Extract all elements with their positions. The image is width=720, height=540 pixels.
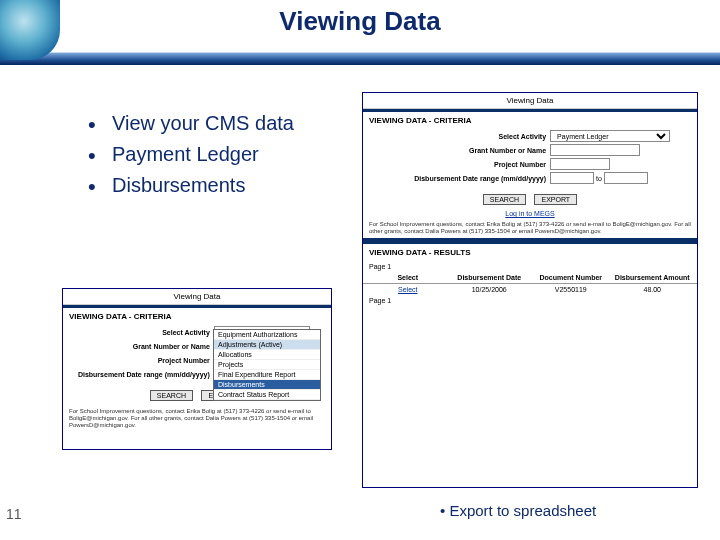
bullet-item-1: View your CMS data (88, 112, 294, 135)
logo-orb-icon (0, 0, 60, 60)
col-disbursement-amount: Disbursement Amount (612, 274, 694, 281)
export-note: • Export to spreadsheet (440, 502, 596, 519)
dropdown-option[interactable]: Allocations (214, 350, 320, 360)
search-button[interactable]: SEARCH (483, 194, 526, 205)
screenshot-criteria-dropdown: Viewing Data VIEWING DATA - CRITERIA Sel… (62, 288, 332, 450)
date-range-label: Disbursement Date range (mm/dd/yyyy) (69, 371, 214, 378)
login-link[interactable]: Log in to MEGS (363, 209, 697, 218)
date-range-label: Disbursement Date range (mm/dd/yyyy) (369, 175, 550, 182)
criteria-heading: VIEWING DATA - CRITERIA (63, 308, 331, 325)
bullet-list: View your CMS data Payment Ledger Disbur… (48, 112, 294, 205)
grant-label: Grant Number or Name (69, 343, 214, 350)
page-label: Page 1 (363, 261, 697, 272)
search-button[interactable]: SEARCH (150, 390, 193, 401)
project-label: Project Number (69, 357, 214, 364)
col-disbursement-date: Disbursement Date (449, 274, 531, 281)
bullet-item-3: Disbursements (88, 174, 294, 197)
app-title: Viewing Data (363, 93, 697, 109)
slide-title: Viewing Data (0, 6, 720, 37)
to-label: to (596, 175, 602, 182)
date-from-input[interactable] (550, 172, 594, 184)
bullet-item-2: Payment Ledger (88, 143, 294, 166)
date-to-input[interactable] (604, 172, 648, 184)
select-activity-label: Select Activity (69, 329, 214, 336)
results-heading: VIEWING DATA - RESULTS (363, 244, 697, 261)
footer-help-text: For School Improvement questions, contac… (63, 405, 331, 433)
select-activity-dropdown[interactable]: Payment Ledger (550, 130, 670, 142)
slide-number: 11 (6, 506, 22, 522)
activity-dropdown-open[interactable]: Equipment Authorizations Adjustments (Ac… (213, 329, 321, 401)
results-row[interactable]: Select 10/25/2006 V2550119 48.00 (363, 284, 697, 295)
select-activity-label: Select Activity (369, 133, 550, 140)
criteria-heading: VIEWING DATA - CRITERIA (363, 112, 697, 129)
row-docnum: V2550119 (530, 286, 612, 293)
row-date: 10/25/2006 (449, 286, 531, 293)
col-document-number: Document Number (530, 274, 612, 281)
export-note-text: Export to spreadsheet (449, 502, 596, 519)
dropdown-option[interactable]: Equipment Authorizations (214, 330, 320, 340)
dropdown-option[interactable]: Projects (214, 360, 320, 370)
dropdown-option[interactable]: Adjustments (Active) (214, 340, 320, 350)
project-input[interactable] (550, 158, 610, 170)
dropdown-option[interactable]: Contract Status Report (214, 390, 320, 400)
project-label: Project Number (369, 161, 550, 168)
export-button[interactable]: EXPORT (534, 194, 577, 205)
page-label-bottom: Page 1 (363, 295, 697, 306)
grant-label: Grant Number or Name (369, 147, 550, 154)
footer-help-text: For School Improvement questions, contac… (363, 218, 697, 238)
row-amount: 48.00 (612, 286, 694, 293)
dropdown-option[interactable]: Final Expenditure Report (214, 370, 320, 380)
grant-input[interactable] (550, 144, 640, 156)
title-underline-bar (0, 52, 720, 65)
screenshot-criteria-results: Viewing Data VIEWING DATA - CRITERIA Sel… (362, 92, 698, 488)
app-title: Viewing Data (63, 289, 331, 305)
row-select-link[interactable]: Select (367, 286, 449, 293)
results-header-row: Select Disbursement Date Document Number… (363, 272, 697, 284)
col-select: Select (367, 274, 449, 281)
dropdown-option[interactable]: Disbursements (214, 380, 320, 390)
